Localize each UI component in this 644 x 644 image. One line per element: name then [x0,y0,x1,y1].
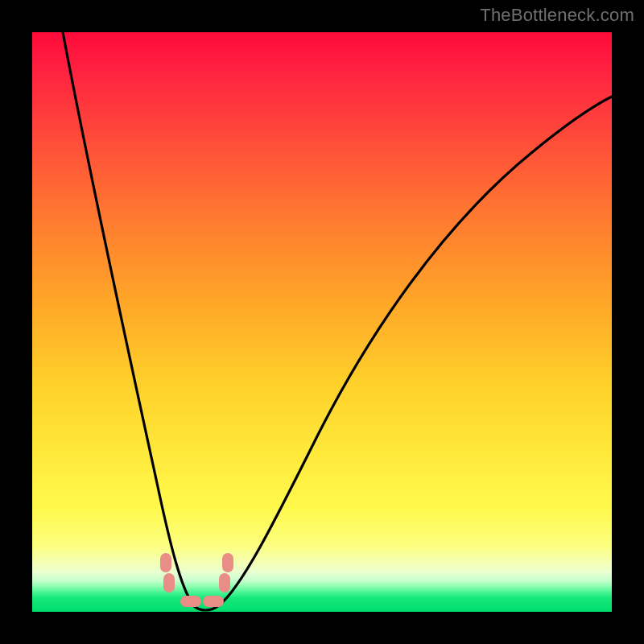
marker-right-tip-top [222,553,233,572]
marker-valley-right [203,596,224,607]
marker-left-tip-bottom [163,573,175,592]
marker-left-tip-top [160,553,171,572]
bottleneck-curve [32,32,612,612]
watermark-text: TheBottleneck.com [480,5,634,26]
marker-valley-left [180,596,201,607]
marker-right-tip-bottom [219,573,230,592]
plot-area [32,32,612,612]
chart-frame: TheBottleneck.com [0,0,644,644]
